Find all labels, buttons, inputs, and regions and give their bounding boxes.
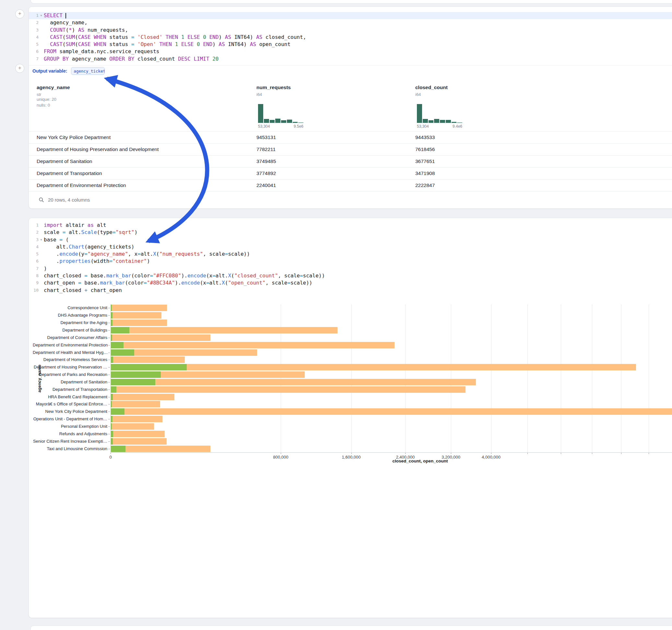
output-variable-chip[interactable]: agency_tickets (71, 67, 105, 75)
y-axis-title: agency_name (37, 365, 42, 392)
fold-spacer (39, 55, 44, 63)
closed-count-bar (111, 431, 165, 437)
open-count-bar (111, 401, 112, 407)
histogram-bar (293, 122, 298, 123)
table-cell: 3749485 (257, 155, 276, 167)
y-axis-tick (108, 449, 110, 449)
open-count-bar (111, 357, 113, 363)
gridline (491, 304, 491, 453)
column-header-closed-count: closed_count i64 (415, 84, 448, 97)
y-axis-tick (108, 360, 110, 360)
code-line[interactable]: 5 CAST(SUM(CASE WHEN status = 'Open' THE… (29, 41, 672, 48)
y-category-label: Department of Homeless Services (33, 357, 107, 362)
y-axis-tick (108, 353, 110, 353)
code-line[interactable]: 7GROUP BY agency_name ORDER BY closed_co… (29, 55, 672, 63)
table-row[interactable]: Department of Transportation377489234719… (29, 167, 672, 179)
histogram-bar (270, 120, 275, 123)
column-type: i64 (415, 92, 448, 97)
open-count-bar (111, 327, 129, 334)
next-cell-edge (30, 626, 672, 630)
y-axis-tick (108, 397, 110, 397)
y-category-label: Refunds and Adjustments (33, 431, 107, 436)
y-axis-tick (108, 338, 110, 338)
histogram-bar (434, 119, 439, 123)
open-count-bar (111, 349, 134, 356)
sql-editor[interactable]: 1▾SELECT 2 agency_name,3 COUNT(*) AS num… (29, 7, 672, 63)
gridline (405, 304, 406, 453)
closed-count-bar (111, 335, 210, 341)
closed-count-bar (111, 408, 672, 415)
open-count-bar (111, 423, 112, 430)
code-line[interactable]: 4 CAST(SUM(CASE WHEN status = 'Closed' T… (29, 34, 672, 41)
y-category-label: Operations Unit - Department of Hom… (33, 416, 107, 421)
table-footer: 20 rows, 4 columns (29, 191, 672, 208)
code-line[interactable]: 3 COUNT(*) AS num_requests, (29, 27, 672, 34)
y-category-label: HRA Benefit Card Replacement (33, 394, 107, 399)
open-count-bar (111, 312, 113, 319)
gridline (527, 304, 528, 453)
y-category-label: Department of Environmental Protection (33, 343, 107, 347)
fold-spacer (39, 48, 44, 55)
gridline (451, 304, 451, 453)
y-axis-tick (108, 441, 110, 442)
gridline (352, 304, 352, 453)
open-count-bar (111, 335, 112, 341)
add-cell-button[interactable]: + (15, 64, 24, 73)
table-row[interactable]: Department of Environmental Protection22… (29, 179, 672, 192)
y-category-label: Senior Citizen Rent Increase Exempti… (33, 439, 107, 444)
closed-count-bar (111, 312, 162, 319)
code-line[interactable]: 1▾SELECT (29, 12, 672, 19)
y-axis-tick (108, 382, 110, 382)
column-header-num-requests: num_requests i64 (257, 84, 291, 97)
line-number: 2 (29, 19, 39, 26)
notebook-page: + + 1▾SELECT 2 agency_name,3 COUNT(*) AS… (0, 0, 672, 630)
table-row[interactable]: New York City Police Department945313194… (29, 131, 672, 144)
line-number: 3 (29, 27, 39, 34)
y-category-label: Department for the Aging (33, 320, 107, 325)
fold-spacer (39, 27, 44, 34)
code-text: COUNT(*) AS num_requests, (44, 27, 128, 34)
histogram-bar (452, 122, 457, 123)
histogram-bar (258, 104, 263, 123)
histogram-bar (264, 119, 269, 123)
output-variable-row: Output variable: agency_tickets (29, 65, 672, 76)
y-category-label: Department of Buildings (33, 328, 107, 333)
add-cell-button[interactable]: + (15, 9, 24, 19)
y-axis-tick (108, 434, 110, 434)
open-count-bar (111, 431, 113, 437)
open-count-bar (111, 342, 123, 348)
table-cell: 9443533 (415, 131, 435, 143)
histogram-bar (298, 122, 304, 123)
table-cell: 3677651 (415, 155, 435, 167)
histogram-bar (275, 119, 281, 123)
y-axis-tick (108, 374, 110, 375)
code-line[interactable]: 2 agency_name, (29, 19, 672, 26)
column-histogram (258, 103, 304, 123)
open-count-bar (111, 379, 155, 385)
fold-spacer (39, 19, 44, 26)
y-axis-tick (108, 419, 110, 419)
y-category-label: Department of Health and Mental Hyg… (33, 350, 107, 355)
y-category-label: Correspondence Unit (33, 305, 107, 310)
code-text: CAST(SUM(CASE WHEN status = 'Open' THEN … (44, 41, 290, 48)
y-category-label: Department of Sanitation (33, 380, 107, 384)
fold-spacer (39, 41, 44, 48)
closed-count-bar (111, 438, 167, 445)
search-icon[interactable] (39, 197, 44, 202)
table-row[interactable]: Department of Housing Preservation and D… (29, 143, 672, 155)
closed-count-bar (111, 423, 154, 430)
closed-count-bar (111, 445, 210, 452)
fold-chevron-icon[interactable]: ▾ (39, 12, 44, 19)
open-count-bar (111, 438, 113, 445)
closed-count-bar (111, 342, 394, 348)
code-line[interactable]: 6FROM sample_data.nyc.service_requests (29, 48, 672, 55)
closed-count-bar (111, 386, 465, 393)
table-cell: 9453131 (257, 131, 276, 143)
table-cell: 7618456 (415, 144, 435, 155)
table-row[interactable]: Department of Sanitation37494853677651 (29, 155, 672, 168)
closed-count-bar (111, 357, 185, 363)
code-text: agency_name, (44, 19, 88, 26)
table-cell: 3471908 (415, 168, 435, 179)
column-histogram (417, 103, 462, 123)
line-number: 4 (29, 34, 39, 41)
